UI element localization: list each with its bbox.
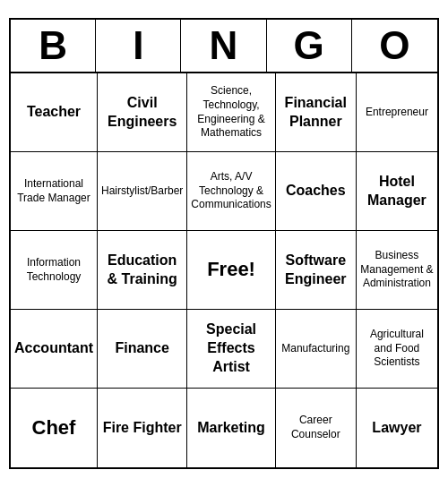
- bingo-cell: Coaches: [276, 152, 357, 231]
- bingo-cell: Science, Technology, Engineering & Mathe…: [187, 73, 275, 152]
- header-letter: B: [11, 20, 96, 72]
- bingo-cell: Teacher: [11, 73, 98, 152]
- bingo-cell: Manufacturing: [276, 310, 357, 389]
- bingo-cell: Education & Training: [98, 231, 187, 310]
- bingo-cell: Free!: [187, 231, 275, 310]
- bingo-cell: Agricultural and Food Scientists: [357, 310, 437, 389]
- bingo-cell: Business Management & Administration: [357, 231, 437, 310]
- bingo-cell: Software Engineer: [276, 231, 357, 310]
- bingo-cell: Marketing: [187, 389, 275, 467]
- bingo-cell: Information Technology: [11, 231, 98, 310]
- bingo-cell: Entrepreneur: [357, 73, 437, 152]
- header-letter: N: [181, 20, 266, 72]
- bingo-cell: International Trade Manager: [11, 152, 98, 231]
- bingo-cell: Arts, A/V Technology & Communications: [187, 152, 275, 231]
- bingo-header: BINGO: [11, 20, 437, 73]
- bingo-grid: TeacherCivil EngineersScience, Technolog…: [11, 73, 437, 467]
- header-letter: O: [352, 20, 437, 72]
- bingo-cell: Career Counselor: [276, 389, 357, 467]
- bingo-cell: Special Effects Artist: [187, 310, 275, 389]
- bingo-cell: Fire Fighter: [98, 389, 187, 467]
- bingo-cell: Chef: [11, 389, 98, 467]
- bingo-cell: Hairstylist/Barber: [98, 152, 187, 231]
- bingo-cell: Financial Planner: [276, 73, 357, 152]
- bingo-cell: Civil Engineers: [98, 73, 187, 152]
- bingo-cell: Hotel Manager: [357, 152, 437, 231]
- bingo-cell: Finance: [98, 310, 187, 389]
- bingo-card: BINGO TeacherCivil EngineersScience, Tec…: [9, 18, 439, 469]
- bingo-cell: Accountant: [11, 310, 98, 389]
- header-letter: I: [96, 20, 181, 72]
- header-letter: G: [267, 20, 352, 72]
- bingo-cell: Lawyer: [357, 389, 437, 467]
